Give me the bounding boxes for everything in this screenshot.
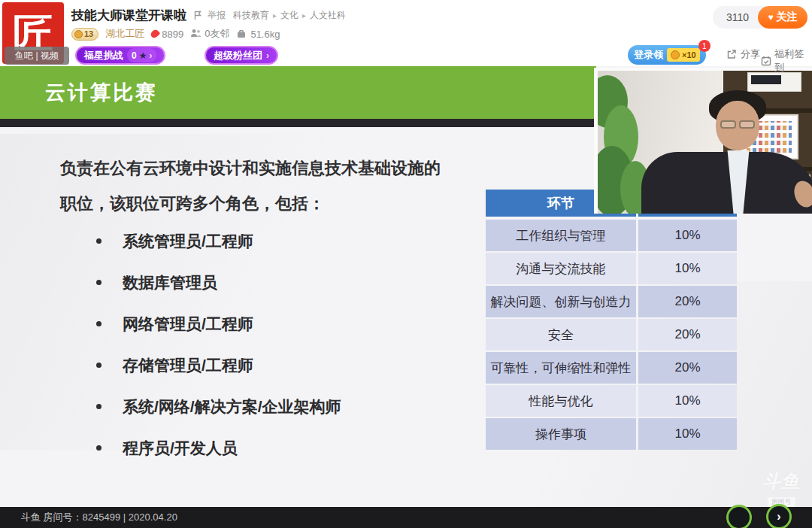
bullet-dot xyxy=(96,404,102,409)
bullet-dot xyxy=(96,238,102,244)
coin-multiplier: ×10 xyxy=(682,50,696,59)
bullet-dot xyxy=(96,445,102,451)
calendar-check-icon xyxy=(761,56,771,66)
level-coin-icon xyxy=(74,30,83,38)
challenge-progress: 0 ★ › xyxy=(127,48,156,62)
nav-next-button[interactable]: › xyxy=(766,504,792,528)
breadcrumb-item[interactable]: 文化 xyxy=(280,9,298,22)
challenge-count: 0 xyxy=(132,50,137,61)
table-row: 工作组织与管理10% xyxy=(486,220,737,251)
tab-fishbar-video[interactable]: 鱼吧 | 视频 xyxy=(5,47,69,65)
breadcrumb-sep-icon: ▸ xyxy=(273,11,277,20)
share-icon xyxy=(726,49,738,59)
login-reward-pill[interactable]: 登录领 ×10 1 xyxy=(628,45,706,65)
table-row: 解决问题、创新与创造力20% xyxy=(486,286,737,317)
room-title: 技能大师课堂开课啦 xyxy=(71,7,186,24)
star-icon: ★ xyxy=(139,50,147,61)
coin-icon xyxy=(671,50,680,59)
plaque-screen xyxy=(751,75,781,84)
bullet-dot xyxy=(96,363,102,368)
follow-group: 3110 ♥ 关注 xyxy=(713,6,807,29)
stream-info-bar: 斗鱼 房间号：8245499 | 2020.04.20 xyxy=(0,507,812,528)
presenter-body xyxy=(641,152,812,214)
checkin-label: 福利签到 xyxy=(774,47,812,74)
score-table: 环节 工作组织与管理10% 沟通与交流技能10% 解决问题、创新与创造力20% … xyxy=(486,190,737,450)
slide-title-banner: 云计算比赛 xyxy=(0,66,596,119)
chevron-right-icon: › xyxy=(149,50,152,61)
breadcrumb-sep-icon: ▸ xyxy=(302,11,306,20)
video-player: 云计算比赛 负责在公有云环境中设计和实施信息技术基础设施的 职位，该职位可跨多个… xyxy=(0,66,812,507)
chevron-right-icon: › xyxy=(266,50,269,61)
follow-button[interactable]: ♥ 关注 xyxy=(758,6,807,29)
weight-value: 51.6kg xyxy=(250,29,280,40)
report-link[interactable]: 举报 xyxy=(194,9,226,22)
heat-stat: 8899 xyxy=(151,29,183,40)
heat-count: 8899 xyxy=(162,29,183,40)
streamer-name[interactable]: 湖北工匠 xyxy=(105,27,144,41)
level-badge: 13 xyxy=(71,28,98,41)
table-row: 安全20% xyxy=(486,319,737,350)
fans-club-label: 超级粉丝团 xyxy=(214,49,262,62)
table-row: 操作事项10% xyxy=(486,418,737,450)
table-row: 沟通与交流技能10% xyxy=(486,253,737,284)
table-row: 可靠性，可伸缩性和弹性20% xyxy=(486,352,737,384)
slide-bullet-list: 系统管理员/工程师 数据库管理员 网络管理员/工程师 存储管理员/工程师 系统/… xyxy=(96,220,341,469)
list-item: 存储管理员/工程师 xyxy=(96,344,341,386)
banner-shadow-bar xyxy=(0,119,596,127)
list-item: 系统/网络/解决方案/企业架构师 xyxy=(96,386,341,427)
desk-plaque xyxy=(747,72,801,92)
list-item: 数据库管理员 xyxy=(96,262,341,303)
level-value: 13 xyxy=(84,29,93,38)
notification-badge: 1 xyxy=(698,40,710,52)
people-icon xyxy=(190,29,201,39)
breadcrumb-item[interactable]: 人文社科 xyxy=(310,9,346,22)
flame-icon xyxy=(150,29,161,40)
follow-label: 关注 xyxy=(777,11,798,24)
glasses-icon xyxy=(720,120,755,129)
nav-prev-button[interactable] xyxy=(726,505,752,528)
watermark-brand: 斗鱼 xyxy=(752,469,810,493)
slide-paragraph: 负责在公有云环境中设计和实施信息技术基础设施的 职位，该职位可跨多个角色，包括： xyxy=(60,150,496,221)
tab-fishbar-video-label: 鱼吧 | 视频 xyxy=(15,50,59,62)
share-label: 分享 xyxy=(741,47,760,61)
list-item: 网络管理员/工程师 xyxy=(96,303,341,344)
table-row: 性能与优化10% xyxy=(486,385,737,417)
share-button[interactable]: 分享 xyxy=(726,47,760,61)
category-breadcrumb: 科技教育 ▸ 文化 ▸ 人文社科 xyxy=(233,9,346,22)
weight-stat: 51.6kg xyxy=(236,29,280,40)
live-room-page: 匠 技能大师课堂开课啦 举报 科技教育 ▸ 文化 ▸ 人文社科 13 xyxy=(0,0,812,528)
weight-icon xyxy=(236,29,247,39)
report-flag-icon xyxy=(194,11,205,21)
room-info-text: 斗鱼 房间号：8245499 | 2020.04.20 xyxy=(21,511,177,524)
heart-icon: ♥ xyxy=(768,12,773,23)
bullet-dot xyxy=(96,321,102,326)
neighbor-stat: 0友邻 xyxy=(190,27,229,41)
slide-title: 云计算比赛 xyxy=(45,79,158,106)
list-item: 系统管理员/工程师 xyxy=(96,220,341,262)
login-reward-label: 登录领 xyxy=(634,48,663,62)
super-fans-club-pill[interactable]: 超级粉丝团 › xyxy=(205,46,278,65)
neighbor-count: 0友邻 xyxy=(205,27,229,41)
list-item: 程序员/开发人员 xyxy=(96,427,341,469)
lucky-star-challenge-pill[interactable]: 福星挑战 0 ★ › xyxy=(75,46,165,65)
bullet-dot xyxy=(96,280,102,285)
follower-count: 3110 xyxy=(713,6,762,29)
title-row: 技能大师课堂开课啦 举报 科技教育 ▸ 文化 ▸ 人文社科 xyxy=(71,7,346,24)
report-label: 举报 xyxy=(208,9,226,22)
chevron-right-icon: › xyxy=(777,510,780,523)
breadcrumb-item[interactable]: 科技教育 xyxy=(233,9,269,22)
coin-reward-box: ×10 xyxy=(667,48,700,62)
table-body: 工作组织与管理10% 沟通与交流技能10% 解决问题、创新与创造力20% 安全2… xyxy=(486,220,737,450)
challenge-label: 福星挑战 xyxy=(84,49,123,62)
streamer-meta-row: 13 湖北工匠 8899 0友邻 51.6kg xyxy=(71,26,280,41)
presenter-webcam xyxy=(594,68,812,214)
welfare-checkin-button[interactable]: 福利签到 xyxy=(761,47,812,74)
